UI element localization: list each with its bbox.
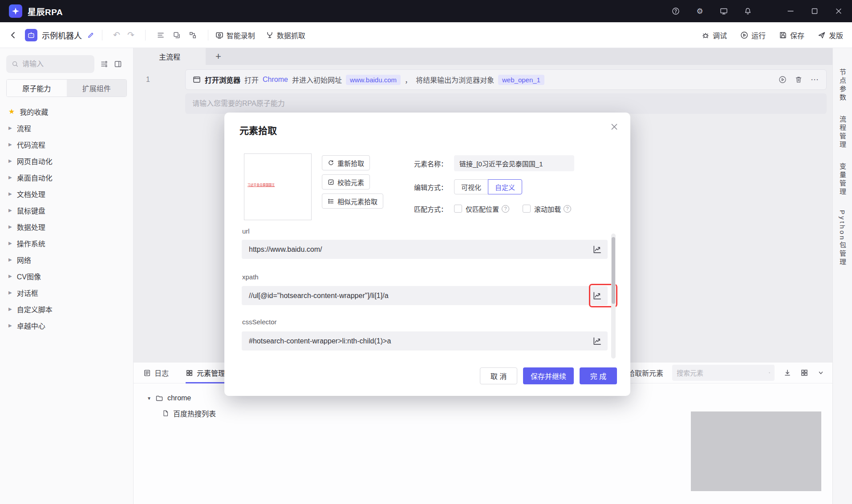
chevron-down-icon[interactable]: ▼ [147,396,151,401]
sidebar-item-mouse-keyboard[interactable]: ▶鼠标键盘 [0,202,133,218]
tab-log[interactable]: 日志 [143,363,169,383]
url-selector-input[interactable] [242,240,608,259]
dialog-scrollbar[interactable] [611,234,616,359]
chevron-right-icon: ▶ [8,241,12,246]
sidebar-item-document[interactable]: ▶文档处理 [0,185,133,202]
sidebar-item-desktop-automation[interactable]: ▶桌面自动化 [0,169,133,185]
search-icon [769,369,770,376]
step-run-icon[interactable] [779,76,787,84]
edit-visual-toggle[interactable]: 可视化 [454,179,488,194]
sidebar-item-excellence-center[interactable]: ▶卓越中心 [0,317,133,334]
sidebar-item-dialog[interactable]: ▶对话框 [0,284,133,301]
sidebar-item-network[interactable]: ▶网络 [0,251,133,268]
xpath-chart-icon-button[interactable] [592,290,603,302]
copy-icon[interactable] [173,31,181,39]
redo-icon[interactable]: ↷ [127,30,134,40]
scroll-load-label: 滚动加载 [534,204,561,214]
tab-atomic-ability[interactable]: 原子能力 [7,80,67,97]
smart-record-button[interactable]: 智能录制 [215,30,255,40]
tab-extension-components[interactable]: 扩展组件 [67,80,127,97]
browser-type-link[interactable]: Chrome [263,76,288,84]
sidebar-item-web-automation[interactable]: ▶网页自动化 [0,153,133,169]
chevron-right-icon: ▶ [8,224,12,229]
atomic-ability-input-field[interactable] [192,100,820,108]
divider [145,30,146,40]
sidebar-item-cv-image[interactable]: ▶CV图像 [0,268,133,284]
debug-button[interactable]: 调试 [702,30,727,40]
sidebar-search[interactable] [6,55,94,73]
step-open-browser[interactable]: 打开浏览器 打开 Chrome 并进入初始网址 www.baidu.com ， … [185,69,827,90]
divider [102,30,102,40]
data-capture-button[interactable]: 数据抓取 [266,30,305,40]
tab-main-flow[interactable]: 主流程 [134,48,206,65]
chevron-down-icon[interactable] [817,369,824,376]
undo-icon[interactable]: ↶ [113,30,120,40]
step-row-number: 1 [146,76,150,84]
sidebar-search-input[interactable] [22,60,80,68]
similar-element-pick-button[interactable]: 相似元素拾取 [322,194,383,209]
add-tab-button[interactable]: + [215,48,221,65]
step-more-icon[interactable]: ⋯ [811,75,819,85]
atomic-ability-input[interactable] [185,93,827,114]
element-search-input[interactable] [677,369,765,377]
sidebar-item-label: 流程 [17,123,31,133]
sidebar-item-label: 网页自动化 [17,156,53,166]
sidebar-item-data-processing[interactable]: ▶数据处理 [0,218,133,235]
publish-button[interactable]: 发版 [818,30,843,40]
scrollbar-thumb[interactable] [612,237,615,304]
cancel-button[interactable]: 取 消 [480,367,517,384]
sidebar-item-favorites[interactable]: ★ 我的收藏 [0,103,133,120]
match-position-checkbox[interactable] [454,205,462,213]
rename-pencil-icon[interactable] [87,31,95,39]
dialog-close-icon[interactable] [610,122,619,131]
group-icon[interactable] [189,31,197,39]
help-icon[interactable]: ? [502,205,509,213]
sidebar-item-os[interactable]: ▶操作系统 [0,235,133,251]
selector-label-cssselector: cssSelector [242,318,277,326]
sidebar-item-process[interactable]: ▶流程 [0,120,133,136]
monitor-icon[interactable] [719,7,728,16]
css-selector-input[interactable] [242,331,608,351]
output-variable-chip[interactable]: web_open_1 [498,75,544,85]
url-value-chip[interactable]: www.baidu.com [346,75,401,85]
panel-node-params[interactable]: 节点参数 [838,69,847,102]
flow-config-icon[interactable] [100,60,108,68]
divider [208,30,208,40]
notification-bell-icon[interactable] [743,7,752,16]
back-icon[interactable] [9,31,18,40]
save-button[interactable]: 保存 [779,30,804,40]
panel-python-package[interactable]: Python包管理 [838,210,847,267]
validate-element-button[interactable]: 校验元素 [322,174,370,190]
step-text: 并进入初始网址 [292,74,342,85]
pick-new-element-button[interactable]: 拾取新元素 [628,367,663,378]
scroll-load-checkbox[interactable] [523,205,531,213]
step-delete-icon[interactable] [795,76,803,84]
align-list-icon[interactable] [157,31,165,39]
collapse-panel-icon[interactable] [114,60,122,68]
sidebar-tabs: 原子能力 扩展组件 [6,79,127,97]
sidebar-item-custom-script[interactable]: ▶自定义脚本 [0,301,133,317]
element-name-input[interactable] [454,155,574,171]
done-button[interactable]: 完 成 [580,367,617,384]
css-chart-icon-button[interactable] [592,335,603,347]
run-button[interactable]: 运行 [740,30,766,40]
settings-gear-icon[interactable]: ⚙ [695,7,704,16]
url-chart-icon-button[interactable] [592,244,603,255]
maximize-icon[interactable] [810,7,819,16]
grid-view-icon[interactable] [800,369,808,377]
edit-custom-toggle[interactable]: 自定义 [488,179,522,194]
xpath-selector-input[interactable] [242,286,608,305]
export-download-icon[interactable] [783,369,791,377]
sidebar-item-code-process[interactable]: ▶代码流程 [0,136,133,153]
save-and-continue-button[interactable]: 保存并继续 [523,367,574,384]
panel-variable-management[interactable]: 变量管理 [838,163,847,197]
minimize-icon[interactable] [786,7,795,16]
element-search[interactable] [672,365,775,381]
panel-flow-management[interactable]: 流程管理 [838,116,847,149]
repick-button[interactable]: 重新拾取 [322,155,370,170]
close-window-icon[interactable] [834,7,843,16]
help-icon[interactable] [671,7,680,16]
chevron-right-icon: ▶ [8,142,12,147]
help-icon[interactable]: ? [564,205,571,213]
tab-element-management[interactable]: 元素管理 [186,363,225,383]
